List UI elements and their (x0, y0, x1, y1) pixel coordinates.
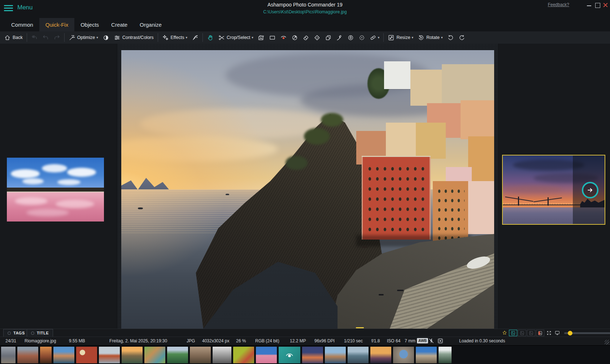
tab-common[interactable]: Common (5, 18, 39, 31)
village-red-building (362, 156, 431, 240)
tab-organize[interactable]: Organize (134, 18, 168, 31)
view-mode-2-button[interactable] (518, 330, 526, 336)
thumb-autumn-dusk[interactable] (40, 347, 52, 363)
thumb-harbor-mountain[interactable] (53, 347, 74, 363)
rotate-button-label: Rotate (426, 35, 440, 40)
pan-tool-button[interactable] (205, 32, 216, 43)
optimize-button[interactable]: Optimize▾ (66, 32, 100, 43)
thumb-red-roof-town[interactable] (17, 347, 38, 363)
view-thumb-icon (510, 330, 516, 336)
red-eye-button[interactable] (278, 32, 289, 43)
auto-contrast-button[interactable] (100, 32, 112, 43)
feedback-link[interactable]: Feedback? (548, 2, 569, 7)
effects-button[interactable]: Effects▾ (160, 32, 190, 43)
titlebar: Menu Ashampoo Photo Commander 19 C:\User… (0, 0, 610, 18)
redo-button[interactable] (51, 32, 62, 43)
tab-objects[interactable]: Objects (74, 18, 105, 31)
thumb-riomaggiore-current[interactable] (279, 347, 300, 363)
photo-shrub (286, 156, 308, 170)
village-white-building (384, 61, 410, 89)
rotate-button[interactable]: Rotate▾ (415, 32, 445, 43)
village-building (410, 70, 444, 106)
eyedropper-icon (336, 34, 343, 41)
magic-eraser-button[interactable] (311, 32, 323, 43)
prev-reflection (26, 209, 69, 216)
patch-icon (370, 34, 376, 41)
patch-tool-button[interactable]: ▾ (367, 32, 382, 43)
thumb-green-ridge[interactable] (167, 347, 188, 363)
fullscreen-button[interactable] (545, 329, 553, 337)
straighten-button[interactable] (256, 32, 267, 43)
photo-people (379, 294, 384, 295)
tags-toggle[interactable]: TAGS (3, 329, 29, 337)
next-bridge-deck (503, 205, 584, 205)
thumb-plate-wall[interactable] (76, 347, 97, 363)
rectangle-select-button[interactable] (267, 32, 278, 43)
view-mode-3-button[interactable] (527, 330, 535, 336)
status-field-0: 24/31 (5, 338, 16, 343)
next-image-preview[interactable] (502, 155, 605, 225)
presentation-button[interactable] (553, 329, 561, 337)
village-building (416, 123, 446, 159)
thumb-cloudy-castle[interactable] (1, 347, 16, 363)
tab-create[interactable]: Create (105, 18, 134, 31)
back-button[interactable]: Back (2, 32, 25, 43)
village-building (442, 64, 494, 106)
contrast-colors-button-label: Contrast/Colors (122, 35, 154, 40)
eraser-button[interactable] (300, 32, 311, 43)
tags-label: TAGS (13, 331, 25, 335)
next-image-button[interactable] (582, 182, 598, 198)
thumb-sunrise-peak[interactable] (122, 347, 143, 363)
thumb-hallstatt[interactable] (348, 347, 369, 363)
view-mini-toolbar (500, 329, 610, 337)
hand-icon (207, 34, 214, 41)
thumb-torii-gate[interactable] (99, 347, 120, 363)
resize-button-label: Resize (396, 35, 410, 40)
back-button-label: Back (13, 35, 23, 40)
thumb-sunset-silhouette[interactable] (370, 347, 391, 363)
status-field-11: f/1.8 (371, 338, 380, 343)
previous-image-preview[interactable] (7, 158, 104, 222)
thumb-white-cathedral[interactable] (213, 347, 231, 363)
rotate-right-button[interactable] (456, 32, 467, 43)
thumb-spiral-skylight[interactable] (393, 347, 414, 363)
rotate-left-button[interactable] (445, 32, 456, 43)
clone-stamp-button[interactable] (323, 32, 334, 43)
undo-all-button[interactable] (29, 32, 40, 43)
view-mode-browse-button[interactable] (509, 330, 517, 336)
main-photo-riomaggiore[interactable] (121, 50, 494, 329)
crop-select-button-caret-icon: ▾ (252, 36, 253, 39)
maximize-button[interactable] (594, 2, 600, 8)
undo-button[interactable] (40, 32, 51, 43)
eyedropper-button[interactable] (334, 32, 345, 43)
thumb-rainbow-eucalyptus[interactable] (144, 347, 165, 363)
contrast-colors-button[interactable]: Contrast/Colors (112, 32, 156, 43)
free-rotate-button[interactable] (289, 32, 300, 43)
close-button[interactable] (602, 2, 608, 8)
photo-people (362, 246, 367, 248)
title-toggle[interactable]: TITLE (27, 329, 53, 337)
effects-button-label: Effects (171, 35, 184, 40)
village-building (468, 181, 494, 234)
status-bar: 24/31Riomaggiore.jpg9.55 MBFreitag, 2. M… (0, 337, 610, 345)
view-mode-compare-button[interactable] (536, 330, 544, 336)
retouch-brush-button[interactable] (189, 32, 201, 43)
window-resize-grip[interactable] (605, 340, 609, 345)
zoom-slider[interactable] (564, 332, 610, 334)
thumb-lily-pond[interactable] (233, 347, 254, 363)
thumb-pink-lake[interactable] (256, 347, 277, 363)
crop-select-button[interactable]: Crop/Select▾ (216, 32, 256, 43)
thumb-laundry-balcony[interactable] (190, 347, 211, 363)
zoom-slider-knob[interactable] (568, 331, 572, 336)
thumb-bay-bridge[interactable] (302, 347, 323, 363)
status-field-13: 7 mm (405, 338, 415, 343)
thumb-waterfall[interactable] (439, 347, 452, 363)
thumb-lakeside-village[interactable] (325, 347, 346, 363)
minimize-button[interactable] (586, 2, 592, 8)
tab-quick-fix[interactable]: Quick-Fix (39, 18, 74, 31)
spot-heal-button[interactable] (356, 32, 367, 43)
resize-button[interactable]: Resize▾ (385, 32, 415, 43)
rating-star-button[interactable] (500, 329, 509, 337)
tone-brush-button[interactable] (345, 32, 356, 43)
thumb-tre-cime[interactable] (416, 347, 437, 363)
